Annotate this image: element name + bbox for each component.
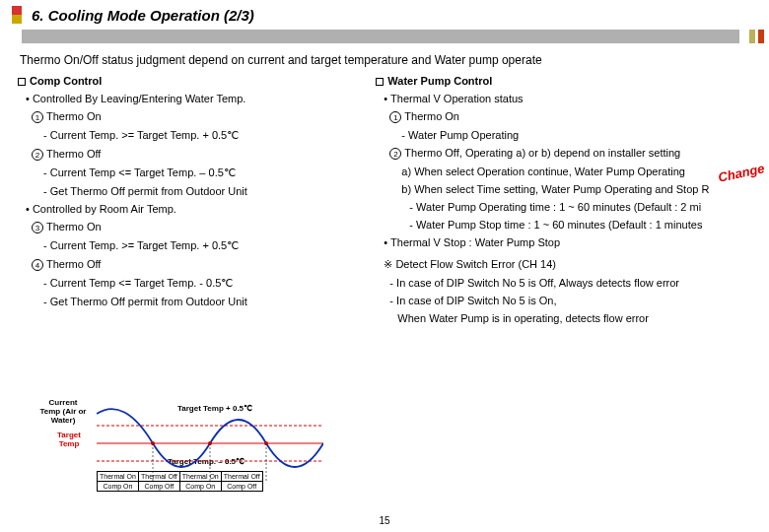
- list-item: - Water Pump Operating time : 1 ~ 60 min…: [409, 201, 751, 213]
- title-accent-icon: [12, 6, 22, 24]
- slide-header: 6. Cooling Mode Operation (2/3): [0, 0, 769, 30]
- water-pump-heading: Water Pump Control: [376, 75, 751, 87]
- list-item: - In case of DIP Switch No 5 is On,: [389, 295, 751, 306]
- circled-num-icon: 1: [32, 111, 43, 123]
- list-item: a) When select Operation continue, Water…: [401, 166, 751, 177]
- list-item: - Get Thermo Off permit from Outdoor Uni…: [43, 296, 364, 307]
- square-bullet-icon: [18, 78, 26, 86]
- list-item: 2Thermo Off, Operating a) or b) depend o…: [389, 147, 751, 160]
- list-item: 2Thermo Off: [32, 148, 364, 161]
- target-temp-label: Target Temp: [49, 432, 89, 449]
- list-item: 3Thermo On: [32, 221, 364, 233]
- list-item: • Thermal V Stop : Water Pump Stop: [384, 236, 751, 248]
- circled-num-icon: 4: [32, 259, 43, 271]
- list-item: b) When select Time setting, Water Pump …: [401, 183, 751, 195]
- list-item: - Current Temp <= Target Temp. - 0.5℃: [43, 277, 364, 290]
- list-item: 1Thermo On: [389, 110, 751, 123]
- circled-num-icon: 1: [389, 111, 401, 123]
- list-item: • Controlled By Leaving/Entering Water T…: [26, 93, 364, 104]
- intro-text: Thermo On/Off status judgment depend on …: [0, 43, 769, 75]
- list-item: - Current Temp. >= Target Temp. + 0.5℃: [43, 239, 364, 252]
- bar-accent-icon: [739, 30, 769, 43]
- list-item: - Water Pump Stop time : 1 ~ 60 minutes …: [409, 219, 751, 231]
- state-table: Thermal On Thermal Off Thermal On Therma…: [97, 471, 263, 492]
- current-temp-axis-label: Current Temp (Air or Water): [39, 398, 87, 426]
- list-item: • Controlled by Room Air Temp.: [26, 203, 364, 215]
- comp-control-heading: Comp Control: [18, 75, 364, 87]
- table-row: Thermal On Thermal Off Thermal On Therma…: [98, 472, 263, 482]
- list-item: • Thermal V Operation status: [384, 93, 751, 104]
- table-row: Comp On Comp Off Comp On Comp Off: [98, 482, 263, 492]
- list-item: - Current Temp <= Target Temp. – 0.5℃: [43, 166, 364, 179]
- comp-control-column: Comp Control • Controlled By Leaving/Ent…: [18, 75, 364, 324]
- water-pump-column: Water Pump Control • Thermal V Operation…: [376, 75, 751, 324]
- list-item: - Current Temp. >= Target Temp. + 0.5℃: [43, 129, 364, 142]
- circled-num-icon: 2: [389, 148, 401, 160]
- square-bullet-icon: [376, 78, 384, 86]
- circled-num-icon: 2: [32, 149, 43, 161]
- list-item: 1Thermo On: [32, 110, 364, 123]
- list-item: When Water Pump is in operating, detects…: [397, 312, 751, 324]
- page-title: 6. Cooling Mode Operation (2/3): [32, 7, 254, 24]
- divider-bar: [22, 30, 739, 43]
- list-item: 4Thermo Off: [32, 258, 364, 271]
- page-number: 15: [379, 515, 389, 526]
- list-item: - In case of DIP Switch No 5 is Off, Alw…: [389, 277, 751, 289]
- list-item: ※ Detect Flow Switch Error (CH 14): [384, 258, 751, 271]
- thermo-graph: Current Temp (Air or Water) Target Temp …: [39, 390, 335, 499]
- list-item: - Water Pump Operating: [401, 129, 751, 141]
- circled-num-icon: 3: [32, 222, 43, 233]
- list-item: - Get Thermo Off permit from Outdoor Uni…: [43, 185, 364, 197]
